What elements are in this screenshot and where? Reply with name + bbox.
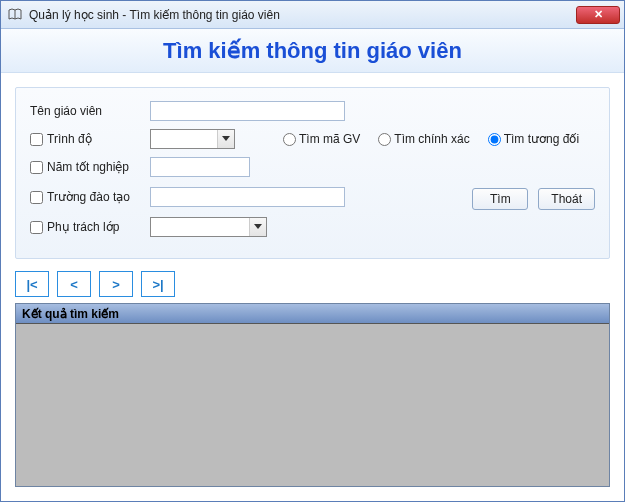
- search-button[interactable]: Tìm: [472, 188, 528, 210]
- degree-value: [151, 130, 217, 148]
- grad-year-checkbox[interactable]: [30, 161, 43, 174]
- page-title: Tìm kiếm thông tin giáo viên: [163, 38, 462, 64]
- results-header: Kết quả tìm kiếm: [16, 304, 609, 324]
- radio-search-exact[interactable]: Tìm chính xác: [378, 132, 469, 146]
- search-form: Tên giáo viên Trình độ Tìm mã GV: [15, 87, 610, 259]
- window-title: Quản lý học sinh - Tìm kiếm thông tin gi…: [29, 8, 576, 22]
- grad-year-label: Năm tốt nghiệp: [47, 160, 129, 174]
- results-body[interactable]: [16, 324, 609, 486]
- header-band: Tìm kiếm thông tin giáo viên: [1, 29, 624, 73]
- radio-search-code[interactable]: Tìm mã GV: [283, 132, 360, 146]
- nav-next-button[interactable]: >: [99, 271, 133, 297]
- chevron-down-icon[interactable]: [249, 218, 266, 236]
- radio-search-approx[interactable]: Tìm tương đối: [488, 132, 579, 146]
- book-icon: [7, 7, 23, 23]
- chevron-down-icon[interactable]: [217, 130, 234, 148]
- school-input[interactable]: [150, 187, 345, 207]
- degree-checkbox[interactable]: [30, 133, 43, 146]
- teacher-name-input[interactable]: [150, 101, 345, 121]
- close-icon: ✕: [594, 8, 603, 21]
- school-checkbox[interactable]: [30, 191, 43, 204]
- degree-combo[interactable]: [150, 129, 235, 149]
- radio-search-exact-input[interactable]: [378, 133, 391, 146]
- school-label: Trường đào tạo: [47, 190, 130, 204]
- nav-last-button[interactable]: >|: [141, 271, 175, 297]
- class-label: Phụ trách lớp: [47, 220, 119, 234]
- app-window: Quản lý học sinh - Tìm kiếm thông tin gi…: [0, 0, 625, 502]
- radio-search-code-input[interactable]: [283, 133, 296, 146]
- results-grid: Kết quả tìm kiếm: [15, 303, 610, 487]
- class-value: [151, 218, 249, 236]
- close-button[interactable]: ✕: [576, 6, 620, 24]
- class-checkbox[interactable]: [30, 221, 43, 234]
- nav-first-button[interactable]: |<: [15, 271, 49, 297]
- titlebar: Quản lý học sinh - Tìm kiếm thông tin gi…: [1, 1, 624, 29]
- class-combo[interactable]: [150, 217, 267, 237]
- teacher-name-label: Tên giáo viên: [30, 104, 150, 118]
- radio-search-approx-input[interactable]: [488, 133, 501, 146]
- degree-label: Trình độ: [47, 132, 92, 146]
- record-nav: |< < > >|: [15, 271, 610, 297]
- exit-button[interactable]: Thoát: [538, 188, 595, 210]
- grad-year-input[interactable]: [150, 157, 250, 177]
- nav-prev-button[interactable]: <: [57, 271, 91, 297]
